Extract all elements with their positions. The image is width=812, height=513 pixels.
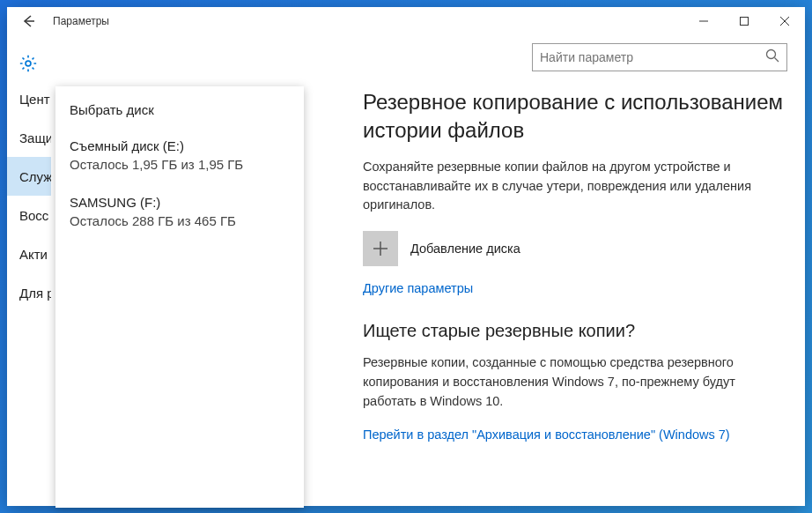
sidebar-item-2[interactable]: Служ — [7, 157, 51, 196]
maximize-icon — [740, 17, 749, 26]
main-pane: Резервное копирование с использованием и… — [342, 35, 805, 506]
sidebar-item-4[interactable]: Акти — [7, 234, 51, 273]
section-heading-backup: Резервное копирование с использованием и… — [363, 88, 784, 145]
win7-backup-link[interactable]: Перейти в раздел "Архивация и восстановл… — [363, 428, 730, 442]
svg-line-7 — [775, 58, 779, 63]
minimize-button[interactable] — [683, 7, 724, 35]
disk-option-1[interactable]: SAMSUNG (F:) Осталось 288 ГБ из 465 ГБ — [70, 193, 290, 230]
section-heading-old-backups: Ищете старые резервные копии? — [363, 321, 784, 341]
svg-point-5 — [26, 61, 31, 66]
old-backups-description: Резервные копии, созданные с помощью сре… — [363, 353, 784, 411]
sidebar-item-3[interactable]: Восс — [7, 196, 51, 234]
search-input[interactable] — [540, 50, 765, 64]
minimize-icon — [699, 17, 708, 26]
sidebar-item-0[interactable]: Цент — [7, 79, 51, 118]
settings-gear-icon[interactable] — [7, 42, 49, 85]
plus-icon — [372, 240, 389, 257]
sidebar-item-1[interactable]: Защи — [7, 118, 51, 157]
sidebar-nav: Цент Защи Служ Восс Акти Для р — [7, 79, 51, 312]
dropdown-title: Выбрать диск — [70, 102, 290, 117]
other-params-link[interactable]: Другие параметры — [363, 281, 473, 295]
back-button[interactable] — [14, 7, 42, 35]
add-disk-label: Добавление диска — [410, 242, 520, 256]
sidebar-label: Защи — [19, 130, 51, 145]
main-body: Резервное копирование с использованием и… — [359, 79, 787, 442]
disk-name: Съемный диск (E:) — [70, 137, 290, 155]
sidebar-label: Акти — [19, 247, 48, 262]
svg-point-6 — [767, 50, 776, 59]
top-area — [359, 35, 787, 79]
sidebar-label: Служ — [19, 169, 51, 184]
search-box[interactable] — [532, 43, 787, 71]
sidebar-label: Цент — [19, 92, 50, 107]
add-disk-button[interactable]: Добавление диска — [363, 231, 784, 266]
window-controls — [683, 7, 805, 35]
disk-name: SAMSUNG (F:) — [70, 193, 290, 212]
sidebar-label: Для р — [19, 286, 51, 301]
sidebar-item-5[interactable]: Для р — [7, 273, 51, 312]
backup-description: Сохраняйте резервные копии файлов на дру… — [363, 158, 784, 215]
window-title: Параметры — [53, 15, 109, 27]
maximize-button[interactable] — [724, 7, 764, 35]
settings-window: Параметры Цент Защи Служ — [7, 7, 805, 506]
content-area: Цент Защи Служ Восс Акти Для р Выбрать д… — [7, 35, 805, 506]
close-icon — [780, 17, 789, 26]
disk-select-dropdown: Выбрать диск Съемный диск (E:) Осталось … — [55, 86, 304, 508]
svg-rect-2 — [741, 18, 749, 26]
titlebar: Параметры — [7, 7, 805, 35]
sidebar-label: Восс — [19, 208, 48, 223]
search-icon — [765, 48, 779, 66]
disk-info: Осталось 1,95 ГБ из 1,95 ГБ — [70, 155, 290, 174]
disk-info: Осталось 288 ГБ из 465 ГБ — [70, 212, 290, 230]
arrow-left-icon — [20, 13, 36, 29]
close-button[interactable] — [764, 7, 805, 35]
plus-icon-box — [363, 231, 398, 266]
disk-option-0[interactable]: Съемный диск (E:) Осталось 1,95 ГБ из 1,… — [70, 137, 290, 174]
